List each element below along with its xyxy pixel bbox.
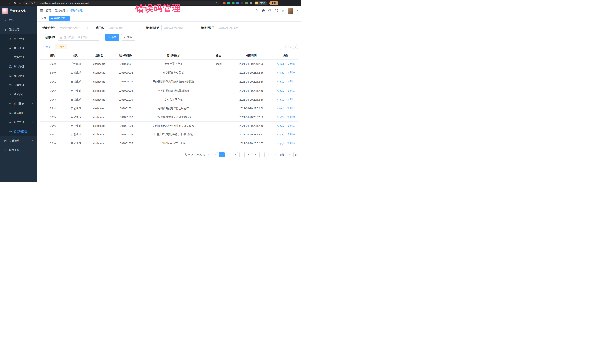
- error-type-select[interactable]: 请选择错误码类型 ∨: [58, 25, 91, 31]
- delete-button[interactable]: 删除: [287, 124, 295, 127]
- page-button[interactable]: 4: [239, 152, 244, 157]
- browser-extension-icon[interactable]: [245, 2, 248, 4]
- breadcrumb-item[interactable]: 错误码管理: [70, 9, 82, 12]
- sidebar-item-dept-mgmt[interactable]: 品 部门管理: [0, 62, 36, 71]
- edit-button[interactable]: ✎修改: [277, 133, 284, 136]
- sidebar-item-menu-mgmt[interactable]: ≣ 菜单管理: [0, 53, 36, 62]
- sidebar-logo[interactable]: 芋道管理系统: [0, 6, 36, 16]
- browser-menu-icon[interactable]: ⋮: [280, 2, 283, 5]
- page-button[interactable]: 2: [226, 152, 231, 157]
- sidebar-item-user-mgmt[interactable]: ☺ 用户管理: [0, 34, 36, 44]
- table-row: 3939 手动编辑 dashboard 1001000001 参数配置不存在 c…: [40, 59, 298, 68]
- tag[interactable]: 错误码管理 ×: [49, 16, 70, 21]
- page-size-select[interactable]: 10条/页 ∨: [195, 152, 211, 157]
- refresh-table-button[interactable]: ↻: [293, 44, 298, 49]
- browser-update-button[interactable]: 更新: [269, 1, 278, 5]
- cell-app: dashboard: [86, 86, 112, 95]
- delete-button[interactable]: 删除: [287, 71, 295, 74]
- sidebar-item-dict-mgmt[interactable]: ❐ 字典管理: [0, 81, 36, 90]
- table-row: 3946 自动生成 dashboard 1001001003 定时任务已经处于该…: [40, 121, 298, 130]
- delete-button[interactable]: 删除: [287, 80, 295, 83]
- edit-button[interactable]: ✎修改: [277, 98, 284, 101]
- browser-extension-icon[interactable]: [232, 2, 234, 4]
- delete-button[interactable]: 删除: [287, 133, 295, 136]
- delete-button[interactable]: 删除: [287, 98, 295, 101]
- delete-button[interactable]: 删除: [287, 141, 295, 145]
- breadcrumb-item[interactable]: 首页: [46, 9, 51, 12]
- export-button[interactable]: ↓ 导出: [55, 44, 67, 49]
- sidebar-item-post-mgmt[interactable]: ▣ 岗位管理: [0, 71, 36, 81]
- github-icon[interactable]: [262, 9, 265, 12]
- next-page-button[interactable]: ›: [273, 152, 278, 157]
- edit-button[interactable]: ✎修改: [277, 89, 284, 93]
- profile-paused-badge[interactable]: 已暂停: [255, 1, 267, 5]
- prev-page-button[interactable]: ‹: [213, 152, 218, 157]
- delete-button[interactable]: 删除: [287, 107, 295, 110]
- search-button[interactable]: 搜索: [105, 34, 119, 41]
- goto-page-input[interactable]: [286, 152, 293, 157]
- chevron-down-icon: ∨: [32, 140, 34, 142]
- sidebar-item-online-user[interactable]: ◉ 在线用户: [0, 109, 36, 118]
- help-icon[interactable]: ?: [268, 9, 271, 12]
- page-button[interactable]: 8: [266, 152, 271, 157]
- tag[interactable]: 首页: [39, 16, 48, 21]
- browser-extension-icon[interactable]: [236, 2, 239, 4]
- toggle-search-button[interactable]: [285, 44, 291, 49]
- edit-button[interactable]: ✎修改: [277, 62, 284, 66]
- cell-actions: ✎修改 删除: [274, 77, 298, 86]
- sidebar-item-infrastructure[interactable]: ▤ 基础设施 ∨: [0, 136, 36, 145]
- reset-button[interactable]: ↻ 重置: [121, 34, 135, 41]
- app-name-input[interactable]: [106, 25, 141, 31]
- page-button[interactable]: 6: [253, 152, 258, 157]
- sidebar-item-sms-mgmt[interactable]: ✉ 短信管理 ∨: [0, 118, 36, 127]
- add-button[interactable]: ＋ 新增: [40, 44, 53, 49]
- sidebar-item-role-mgmt[interactable]: ☻ 角色管理: [0, 44, 36, 53]
- user-avatar[interactable]: [288, 8, 293, 13]
- page-button[interactable]: 5: [246, 152, 251, 157]
- sidebar-item-home[interactable]: ◔ 首页: [0, 16, 36, 25]
- error-code-input[interactable]: [162, 25, 196, 31]
- refresh-icon[interactable]: ↻: [14, 1, 16, 5]
- breadcrumb-item[interactable]: 系统管理: [55, 9, 66, 12]
- tag-label: 首页: [42, 17, 46, 20]
- edit-button[interactable]: ✎修改: [277, 107, 284, 110]
- font-size-icon[interactable]: TT: [281, 9, 284, 12]
- search-icon[interactable]: [256, 10, 258, 12]
- bookmark-star-icon[interactable]: ☆: [215, 2, 218, 5]
- sidebar-item-audit-log[interactable]: ✎ 审计日志 ∨: [0, 99, 36, 109]
- cell-msg: 只允许修改为开启或者关闭状态: [139, 113, 208, 121]
- sidebar-item-system-mgmt[interactable]: ⚙ 系统管理 ∧: [0, 25, 36, 34]
- sidebar-item-dev-tools[interactable]: ⚒ 研发工具 ∨: [0, 145, 36, 155]
- sidebar-fold-icon[interactable]: [39, 9, 43, 12]
- browser-extension-icon[interactable]: [241, 2, 244, 4]
- delete-button[interactable]: 删除: [287, 62, 295, 66]
- date-range-picker[interactable]: ▦ 开始日期 - 结束日期: [58, 34, 100, 41]
- sidebar-item-label: 短信管理: [14, 121, 30, 124]
- chevron-down-icon[interactable]: ▼: [297, 10, 299, 12]
- back-icon[interactable]: ←: [2, 1, 5, 5]
- edit-button[interactable]: ✎修改: [277, 116, 284, 119]
- sidebar-item-error-code-mgmt[interactable]: </> 错误码管理: [0, 127, 36, 136]
- edit-button[interactable]: ✎修改: [277, 124, 284, 128]
- edit-button[interactable]: ✎修改: [277, 71, 284, 75]
- error-msg-input[interactable]: [217, 25, 251, 31]
- cell-remark: [208, 68, 229, 77]
- fullscreen-icon[interactable]: [275, 9, 278, 12]
- delete-button[interactable]: 删除: [287, 115, 295, 119]
- extensions-puzzle-icon[interactable]: [250, 2, 252, 4]
- page-ellipsis[interactable]: …: [259, 152, 265, 157]
- browser-extension-icon[interactable]: [227, 2, 230, 4]
- url-text[interactable]: dashboard.yudao.iocoder.cn/system/error-…: [40, 2, 90, 4]
- edit-button[interactable]: ✎修改: [277, 142, 284, 145]
- browser-extension-icon[interactable]: [223, 2, 226, 4]
- home-icon[interactable]: ⌂: [19, 1, 21, 5]
- address-bar[interactable]: ▲ 不安全 | dashboard.yudao.iocoder.cn/syste…: [23, 1, 220, 5]
- sidebar-item-notice[interactable]: ❝ 通知公告: [0, 90, 36, 99]
- cell-actions: ✎修改 删除: [274, 130, 298, 139]
- page-button-active[interactable]: 1: [219, 152, 224, 157]
- forward-icon[interactable]: →: [8, 1, 11, 5]
- tag-close-icon[interactable]: ×: [66, 17, 68, 20]
- edit-button[interactable]: ✎修改: [277, 80, 284, 84]
- delete-button[interactable]: 删除: [287, 89, 295, 92]
- page-button[interactable]: 3: [233, 152, 238, 157]
